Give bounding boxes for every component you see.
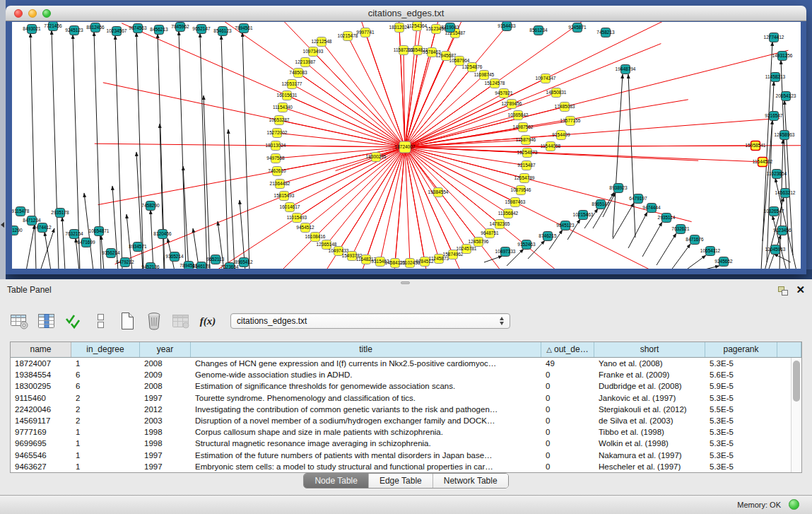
table-cell-title[interactable]: Estimation of significance thresholds fo… (191, 380, 541, 392)
table-cell-name[interactable]: 9465546 (11, 450, 71, 461)
network-node[interactable]: 8456213 (150, 25, 168, 35)
network-node[interactable]: 9152463 (517, 240, 536, 250)
network-node[interactable]: 14563212 (775, 189, 796, 198)
network-edge[interactable] (179, 31, 186, 269)
network-edge[interactable] (642, 222, 662, 257)
network-node[interactable]: 9115478 (12, 207, 30, 216)
network-edge-highlighted[interactable] (405, 147, 508, 214)
network-node[interactable]: 12053177 (282, 80, 302, 89)
function-builder-icon[interactable]: f(x) (196, 310, 219, 332)
network-node[interactable]: 16014617 (280, 203, 300, 212)
table-cell-pagerank[interactable]: 5.3E-5 (705, 358, 777, 369)
network-node[interactable]: 7485083 (289, 69, 307, 78)
network-node[interactable]: 12458963 (775, 131, 795, 140)
table-cell-pagerank[interactable]: 5.3E-5 (705, 426, 777, 438)
table-cell-pagerank[interactable]: 5.3E-5 (705, 450, 777, 461)
network-node[interactable]: 12213987 (295, 58, 316, 67)
network-edge-highlighted[interactable] (405, 26, 417, 147)
table-cell-in_degree[interactable]: 6 (71, 369, 140, 380)
network-node[interactable]: 8546123 (213, 27, 232, 36)
network-node[interactable]: 7458290 (141, 201, 160, 211)
network-node[interactable]: 8471676 (686, 235, 704, 245)
network-node[interactable]: 20654123 (776, 92, 796, 101)
network-node[interactable]: 8934571 (129, 243, 147, 252)
table-cell-pagerank[interactable]: 5.3E-5 (705, 461, 777, 472)
table-cell-pagerank[interactable]: 5.9E-5 (705, 380, 777, 392)
scrollbar-thumb[interactable] (793, 361, 800, 402)
table-cell-year[interactable]: 1998 (140, 438, 191, 449)
network-node[interactable]: 10215478 (338, 32, 358, 41)
tab-network-table[interactable]: Network Table (433, 474, 508, 488)
table-row[interactable]: 1872400712008Changes of HCN gene express… (11, 358, 791, 369)
zoom-window-icon[interactable] (42, 9, 51, 18)
network-node[interactable]: 11254364 (407, 22, 428, 31)
network-node[interactable]: 9474444 (642, 204, 661, 213)
network-node[interactable]: 9154409 (552, 131, 570, 140)
network-edge[interactable] (242, 33, 249, 269)
network-node[interactable]: 7632621 (671, 225, 690, 234)
network-edge-highlighted[interactable] (326, 147, 405, 245)
network-node[interactable]: 12045963 (765, 245, 786, 255)
network-node[interactable]: 14850831 (546, 88, 567, 98)
table-row[interactable]: 977716911998Corpus callosum shape and si… (11, 426, 791, 438)
network-node[interactable]: 9123456 (773, 226, 792, 235)
table-cell-name[interactable]: 9699695 (11, 438, 71, 449)
network-node[interactable]: 17485083 (555, 103, 575, 112)
table-cell-year[interactable]: 1997 (140, 461, 191, 472)
table-cell-out_de[interactable]: 0 (541, 415, 594, 426)
network-node[interactable]: 10879546 (511, 186, 531, 195)
network-node[interactable]: 12212548 (312, 37, 332, 47)
close-panel-icon[interactable]: ✕ (796, 284, 805, 296)
new-column-icon[interactable] (116, 310, 139, 332)
table-cell-title[interactable]: Genome-wide association studies in ADHD. (191, 369, 541, 380)
table-cell-in_degree[interactable]: 2 (71, 392, 140, 404)
table-cell-year[interactable]: 1997 (140, 392, 191, 404)
panel-drag-handle[interactable] (401, 281, 410, 284)
network-node[interactable]: 12654789 (514, 174, 535, 183)
network-edge[interactable] (136, 33, 143, 269)
table-cell-in_degree[interactable]: 1 (71, 426, 140, 438)
column-header-name[interactable]: name (11, 342, 71, 357)
table-cell-out_de[interactable]: 0 (541, 392, 594, 404)
table-cell-name[interactable]: 18724007 (11, 358, 71, 369)
network-node[interactable]: 9245123 (65, 26, 83, 35)
network-edge[interactable] (26, 225, 35, 269)
delete-column-icon[interactable] (143, 310, 165, 332)
column-header-in_degree[interactable]: in_degree (71, 342, 140, 357)
tab-node-table[interactable]: Node Table (304, 474, 369, 488)
table-cell-in_degree[interactable]: 6 (71, 380, 140, 392)
table-cell-in_degree[interactable]: 1 (71, 358, 140, 369)
network-node[interactable]: 15272002 (267, 129, 288, 138)
table-cell-year[interactable]: 2012 (140, 404, 191, 415)
column-header-title[interactable]: title (191, 342, 541, 357)
network-edge[interactable] (628, 212, 647, 248)
network-node[interactable]: 10654871 (89, 227, 110, 236)
network-edge-highlighted[interactable] (405, 147, 500, 224)
network-node[interactable]: 8938923 (609, 184, 628, 193)
network-edge-highlighted[interactable] (348, 36, 405, 147)
table-cell-out_de[interactable]: 0 (541, 404, 594, 415)
network-select[interactable]: citations_edges.txt (230, 313, 510, 329)
network-node[interactable]: 11356842 (498, 209, 519, 218)
network-edge[interactable] (593, 192, 614, 228)
network-node[interactable]: 2935114 (658, 214, 676, 223)
network-node[interactable]: 10234567 (107, 27, 127, 36)
table-cell-pagerank[interactable]: 5.3E-5 (705, 415, 777, 426)
network-node[interactable]: 9652147 (192, 25, 211, 34)
table-row[interactable]: 911546021997Tourette syndrome. Phenomeno… (11, 392, 791, 404)
network-node[interactable]: 9997741 (356, 28, 375, 37)
show-columns-icon[interactable] (35, 310, 58, 332)
network-node[interactable]: 11015493 (287, 214, 307, 223)
table-cell-out_de[interactable]: 0 (541, 438, 594, 449)
network-edge-highlighted[interactable] (284, 147, 405, 196)
table-cell-out_de[interactable]: 0 (541, 461, 594, 472)
network-edge[interactable] (628, 74, 635, 238)
network-node[interactable]: 9452136 (141, 263, 160, 269)
network-node[interactable]: 7721456 (44, 22, 62, 31)
table-cell-pagerank[interactable]: 5.6E-5 (705, 369, 777, 380)
network-node[interactable]: 10497333 (495, 247, 516, 257)
network-canvas[interactable]: 1872400712212548109734931221398774850831… (12, 22, 801, 269)
network-node[interactable]: 8965147 (592, 200, 610, 209)
close-window-icon[interactable] (14, 9, 23, 18)
window-titlebar[interactable]: citations_edges.txt (6, 6, 806, 21)
